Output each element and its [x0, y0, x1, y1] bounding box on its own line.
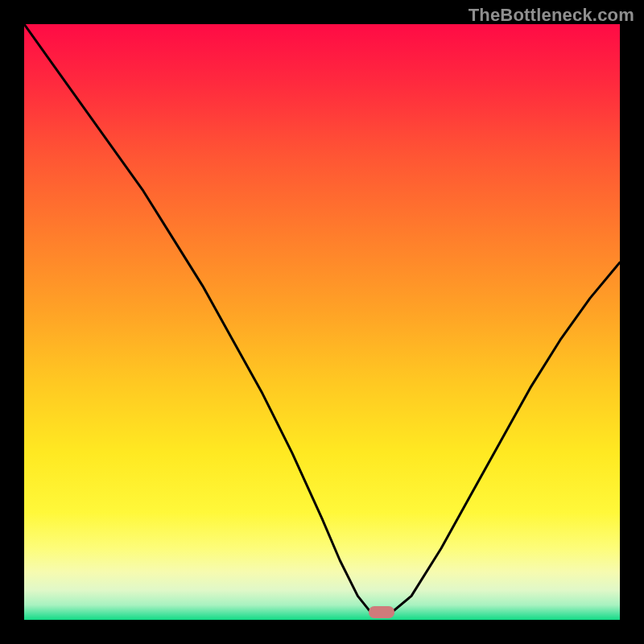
watermark-text: TheBottleneck.com	[469, 5, 634, 26]
bottleneck-curve	[24, 24, 620, 620]
chart-frame: TheBottleneck.com	[0, 0, 644, 644]
optimal-point-marker	[369, 606, 394, 618]
plot-area	[24, 24, 620, 620]
